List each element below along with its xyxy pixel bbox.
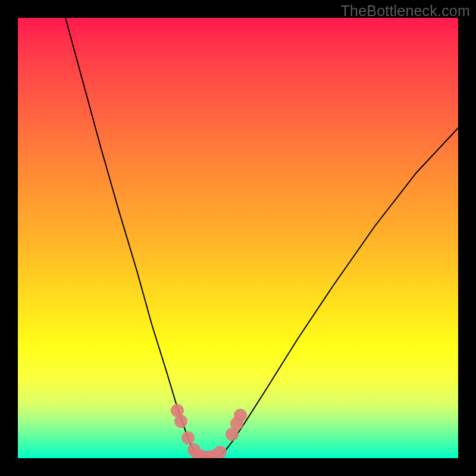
series-right-branch [220,128,458,455]
watermark-text: TheBottleneck.com [341,2,470,20]
curve-svg [18,18,458,458]
marker-point [214,446,227,458]
marker-point [174,415,187,428]
marker-group [171,404,247,458]
chart-plot-area [18,18,458,458]
series-group [65,18,458,458]
marker-point [234,409,247,422]
chart-frame: TheBottleneck.com [0,0,476,476]
marker-point [181,431,195,444]
series-left-branch [65,18,196,455]
